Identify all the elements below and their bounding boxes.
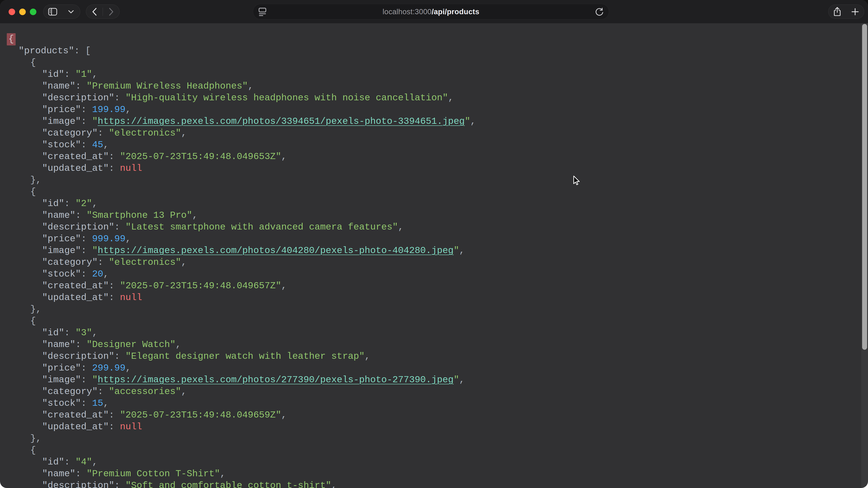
json-punct: : bbox=[114, 351, 125, 361]
json-number: 199.99 bbox=[92, 104, 125, 115]
json-punct: , bbox=[281, 410, 287, 420]
json-punct: : bbox=[81, 246, 92, 256]
json-viewer: {"products": [{"id": "1","name": "Premiu… bbox=[0, 23, 868, 488]
json-punct: , bbox=[103, 269, 109, 279]
json-key: "created_at" bbox=[42, 410, 109, 420]
json-key: "name" bbox=[42, 210, 75, 221]
json-string: "accessories" bbox=[109, 386, 181, 397]
json-quote: " bbox=[465, 116, 470, 127]
reload-button[interactable] bbox=[595, 7, 604, 16]
json-key: "name" bbox=[42, 81, 75, 91]
json-key: "price" bbox=[42, 104, 81, 115]
json-line: { bbox=[7, 186, 868, 198]
json-null: null bbox=[120, 292, 142, 303]
json-key: "id" bbox=[42, 328, 64, 338]
json-number: 999.99 bbox=[92, 234, 125, 244]
json-number: 45 bbox=[92, 140, 103, 150]
json-line: "created_at": "2025-07-23T15:49:48.04965… bbox=[7, 409, 868, 421]
address-bar[interactable]: localhost:3000/api/products bbox=[253, 4, 609, 20]
json-line: "price": 999.99, bbox=[7, 233, 868, 245]
json-line: "id": "1", bbox=[7, 68, 868, 80]
back-button[interactable] bbox=[86, 5, 103, 19]
new-tab-icon bbox=[851, 8, 859, 15]
json-line: "created_at": "2025-07-23T15:49:48.04965… bbox=[7, 280, 868, 292]
json-quote: " bbox=[92, 116, 98, 127]
json-string: "2025-07-23T15:49:48.049657Z" bbox=[120, 281, 281, 291]
sidebar-toggle-icon bbox=[48, 8, 57, 15]
sidebar-toggle-button[interactable] bbox=[43, 5, 62, 19]
json-punct: , bbox=[281, 281, 287, 291]
json-key: "stock" bbox=[42, 398, 81, 409]
json-punct: , bbox=[398, 222, 404, 232]
json-line: "stock": 45, bbox=[7, 139, 868, 151]
url-host: localhost:3000 bbox=[382, 7, 432, 16]
json-string: "Elegant designer watch with leather str… bbox=[125, 351, 365, 361]
json-key: "category" bbox=[42, 386, 98, 397]
json-line: "updated_at": null bbox=[7, 421, 868, 433]
minimize-button[interactable] bbox=[19, 8, 26, 15]
json-link[interactable]: https://images.pexels.com/photos/3394651… bbox=[98, 116, 465, 127]
json-line: { bbox=[7, 315, 868, 327]
json-quote: " bbox=[454, 375, 459, 385]
share-button[interactable] bbox=[829, 5, 846, 19]
json-line: { bbox=[7, 33, 868, 45]
json-punct: , bbox=[181, 128, 187, 138]
new-tab-button[interactable] bbox=[846, 5, 864, 19]
json-punct: , bbox=[176, 339, 181, 350]
json-punct: , bbox=[103, 140, 109, 150]
json-punct: , bbox=[92, 328, 98, 338]
json-punct: : bbox=[81, 269, 92, 279]
json-punct: }, bbox=[30, 433, 41, 444]
tab-group-chevron-button[interactable] bbox=[62, 5, 80, 19]
json-punct: , bbox=[181, 257, 187, 267]
json-punct: : bbox=[75, 81, 87, 91]
json-punct: , bbox=[448, 93, 454, 103]
json-key: "description" bbox=[42, 351, 114, 361]
json-line: { bbox=[7, 445, 868, 456]
json-string: "2025-07-23T15:49:48.049653Z" bbox=[120, 151, 281, 162]
json-line: "price": 299.99, bbox=[7, 362, 868, 374]
url-text[interactable]: localhost:3000/api/products bbox=[267, 7, 595, 16]
json-punct: : bbox=[81, 140, 92, 150]
json-key: "category" bbox=[42, 128, 98, 138]
json-line: "id": "4", bbox=[7, 456, 868, 468]
json-key: "products" bbox=[19, 46, 74, 56]
json-punct: : bbox=[81, 234, 92, 244]
json-punct: : bbox=[81, 116, 92, 127]
scrollbar-thumb[interactable] bbox=[862, 24, 867, 350]
json-key: "price" bbox=[42, 363, 81, 373]
json-key: "created_at" bbox=[42, 151, 109, 162]
json-line: }, bbox=[7, 303, 868, 315]
json-line: "category": "accessories", bbox=[7, 386, 868, 397]
json-root-brace: { bbox=[7, 33, 16, 45]
fullscreen-button[interactable] bbox=[30, 8, 36, 15]
json-string: "1" bbox=[75, 69, 92, 79]
json-link[interactable]: https://images.pexels.com/photos/404280/… bbox=[98, 246, 454, 256]
json-line: "created_at": "2025-07-23T15:49:48.04965… bbox=[7, 151, 868, 162]
json-line: "name": "Premium Cotton T-Shirt", bbox=[7, 468, 868, 480]
json-line: "stock": 20, bbox=[7, 268, 868, 280]
json-key: "price" bbox=[42, 234, 81, 244]
json-punct: : bbox=[75, 468, 87, 479]
close-button[interactable] bbox=[8, 8, 15, 15]
sidebar-button-group bbox=[43, 4, 80, 19]
json-link[interactable]: https://images.pexels.com/photos/277390/… bbox=[98, 375, 454, 385]
json-punct: : bbox=[64, 328, 75, 338]
json-punct: { bbox=[30, 57, 36, 68]
json-line: "image": "https://images.pexels.com/phot… bbox=[7, 245, 868, 256]
json-punct: : bbox=[109, 281, 120, 291]
json-key: "description" bbox=[42, 93, 114, 103]
json-line: "description": "High-quality wireless he… bbox=[7, 92, 868, 104]
page-settings-icon[interactable] bbox=[258, 7, 267, 16]
json-punct: , bbox=[365, 351, 370, 361]
json-punct: : bbox=[81, 104, 92, 115]
json-line: "updated_at": null bbox=[7, 162, 868, 174]
scrollbar-track[interactable] bbox=[861, 23, 868, 488]
forward-button[interactable] bbox=[103, 5, 119, 19]
json-line: "image": "https://images.pexels.com/phot… bbox=[7, 116, 868, 127]
json-key: "name" bbox=[42, 468, 75, 479]
json-punct: : bbox=[64, 69, 75, 79]
share-icon bbox=[833, 7, 841, 17]
page-content: {"products": [{"id": "1","name": "Premiu… bbox=[0, 23, 868, 488]
json-number: 299.99 bbox=[92, 363, 125, 373]
